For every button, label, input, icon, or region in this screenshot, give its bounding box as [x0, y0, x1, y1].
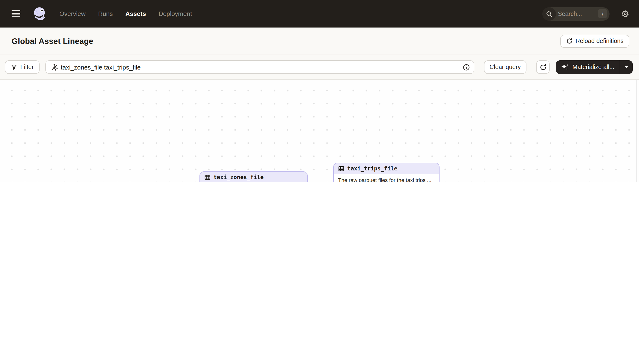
- dagster-app: Overview Runs Assets Deployment /: [0, 0, 639, 182]
- table-icon: [338, 165, 344, 172]
- caret-down-icon: [624, 65, 629, 70]
- navbar-left: Overview Runs Assets Deployment: [12, 6, 192, 21]
- dagster-logo-icon[interactable]: [32, 6, 47, 21]
- materialize-all-label: Materialize all...: [572, 64, 614, 70]
- navbar-right: /: [542, 7, 629, 20]
- asset-node-taxi-zones-file[interactable]: taxi_zones_file The raw CSV file for the…: [200, 172, 308, 182]
- nav-item-assets[interactable]: Assets: [125, 10, 146, 18]
- clear-query-label: Clear query: [489, 64, 521, 70]
- sparkle-icon: [561, 63, 569, 71]
- page-title: Global Asset Lineage: [12, 36, 93, 46]
- top-navbar: Overview Runs Assets Deployment /: [0, 0, 639, 28]
- settings-gear-icon[interactable]: [621, 10, 629, 18]
- reload-definitions-button[interactable]: Reload definitions: [560, 34, 629, 48]
- asset-node-header: taxi_trips_file: [334, 163, 439, 174]
- lineage-edges: [0, 80, 639, 182]
- nav-item-overview[interactable]: Overview: [60, 10, 86, 18]
- search-shortcut-badge: /: [598, 9, 607, 18]
- asset-node-description: The raw parquet files for the taxi trips…: [334, 174, 439, 182]
- reload-definitions-label: Reload definitions: [575, 38, 623, 44]
- query-info-icon[interactable]: [462, 64, 470, 71]
- canvas-right-divider: [636, 80, 636, 182]
- nav-item-runs[interactable]: Runs: [98, 10, 113, 18]
- asset-node-title: taxi_trips_file: [347, 165, 397, 172]
- materialize-all-button[interactable]: Materialize all...: [556, 60, 620, 74]
- reload-icon: [566, 38, 572, 44]
- asset-selection-input-box[interactable]: [46, 60, 474, 74]
- search-icon: [542, 7, 556, 20]
- op-selector-icon: [50, 63, 58, 71]
- lineage-toolbar: Filter: [0, 55, 639, 80]
- asset-node-header: taxi_zones_file: [200, 172, 307, 182]
- search-box[interactable]: /: [542, 7, 609, 20]
- filter-button[interactable]: Filter: [5, 60, 40, 74]
- asset-node-taxi-trips-file[interactable]: taxi_trips_file The raw parquet files fo…: [333, 163, 439, 182]
- filter-label: Filter: [20, 64, 34, 70]
- asset-node-title: taxi_zones_file: [214, 174, 264, 180]
- table-icon: [204, 174, 211, 180]
- filter-funnel-icon: [11, 64, 18, 70]
- lineage-canvas[interactable]: taxi_zones_file The raw CSV file for the…: [0, 80, 639, 182]
- search-input[interactable]: [556, 10, 598, 17]
- nav-links: Overview Runs Assets Deployment: [60, 10, 192, 18]
- nav-item-deployment[interactable]: Deployment: [158, 10, 192, 18]
- refresh-button[interactable]: [536, 60, 550, 74]
- asset-selection-input[interactable]: [58, 64, 463, 71]
- materialize-all-split-button: Materialize all...: [556, 60, 633, 74]
- materialize-dropdown-caret[interactable]: [620, 60, 633, 74]
- clear-query-button[interactable]: Clear query: [484, 60, 526, 74]
- page-header: Global Asset Lineage Reload definitions: [0, 28, 639, 55]
- menu-icon[interactable]: [12, 6, 26, 21]
- refresh-icon: [539, 64, 546, 71]
